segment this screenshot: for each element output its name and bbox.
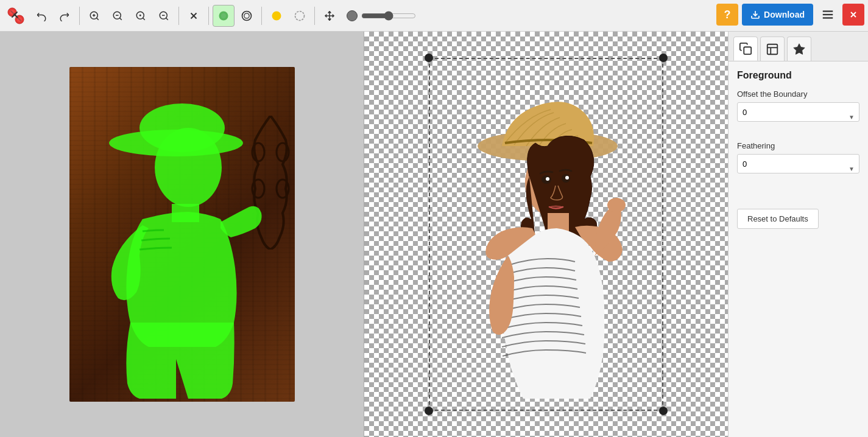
separator-2 bbox=[178, 7, 179, 25]
zoom-out-button[interactable] bbox=[107, 5, 129, 27]
zoom-actual-button[interactable] bbox=[153, 5, 175, 27]
result-figure bbox=[429, 58, 663, 411]
opacity-indicator bbox=[347, 10, 358, 21]
cancel-select-button[interactable] bbox=[183, 5, 205, 27]
zoom-in-button[interactable] bbox=[83, 5, 105, 27]
svg-point-3 bbox=[10, 10, 15, 15]
menu-button[interactable] bbox=[817, 4, 839, 26]
close-button[interactable] bbox=[842, 4, 864, 26]
svg-point-17 bbox=[295, 11, 305, 20]
offset-label: Offset the Boundary bbox=[737, 89, 859, 99]
separator-4 bbox=[261, 7, 262, 25]
right-canvas[interactable] bbox=[364, 32, 728, 437]
feathering-label: Feathering bbox=[737, 141, 859, 150]
svg-marker-44 bbox=[794, 43, 805, 54]
svg-point-15 bbox=[244, 13, 249, 18]
redo-button[interactable] bbox=[54, 5, 76, 27]
yellow-tool-button[interactable] bbox=[266, 5, 288, 27]
hamburger-icon bbox=[821, 8, 834, 21]
panel-tabs bbox=[729, 32, 868, 61]
right-panel: Foreground Offset the Boundary 0 1 2 3 5… bbox=[728, 32, 868, 437]
opacity-control bbox=[347, 10, 416, 21]
panel-title: Foreground bbox=[737, 70, 859, 81]
eraser-button[interactable] bbox=[289, 5, 311, 27]
opacity-slider[interactable] bbox=[361, 11, 416, 21]
close-icon bbox=[849, 10, 858, 19]
tab-layout[interactable] bbox=[760, 37, 785, 61]
foreground-brush-button[interactable] bbox=[213, 5, 235, 27]
download-button[interactable]: Download bbox=[742, 4, 813, 26]
svg-point-16 bbox=[272, 11, 281, 20]
svg-point-4 bbox=[17, 17, 22, 22]
download-icon bbox=[750, 10, 760, 19]
help-button[interactable]: ? bbox=[716, 4, 738, 26]
svg-point-13 bbox=[221, 13, 226, 18]
feathering-select[interactable]: 0 1 2 3 5 10 bbox=[737, 154, 859, 173]
svg-rect-40 bbox=[744, 47, 751, 54]
svg-point-14 bbox=[242, 11, 252, 20]
svg-point-39 bbox=[607, 198, 626, 212]
app-logo bbox=[5, 5, 27, 27]
svg-point-37 bbox=[565, 176, 569, 180]
header-right: ? Download bbox=[716, 4, 864, 26]
separator-5 bbox=[314, 7, 315, 25]
right-image-area bbox=[429, 58, 663, 411]
tab-star[interactable] bbox=[787, 37, 811, 61]
svg-point-36 bbox=[546, 177, 549, 181]
separator-1 bbox=[79, 7, 80, 25]
svg-rect-41 bbox=[767, 44, 778, 54]
left-canvas[interactable] bbox=[0, 32, 364, 437]
zoom-fit-button[interactable] bbox=[130, 5, 152, 27]
background-brush-button[interactable] bbox=[236, 5, 258, 27]
tab-copy[interactable] bbox=[733, 37, 758, 61]
main-area: Foreground Offset the Boundary 0 1 2 3 5… bbox=[0, 32, 868, 437]
feathering-select-wrapper: 0 1 2 3 5 10 bbox=[737, 154, 859, 183]
reset-defaults-button[interactable]: Reset to Defaults bbox=[737, 209, 819, 229]
panel-content: Foreground Offset the Boundary 0 1 2 3 5… bbox=[729, 61, 868, 437]
separator-3 bbox=[208, 7, 209, 25]
offset-select[interactable]: 0 1 2 3 5 10 bbox=[737, 102, 859, 122]
undo-button[interactable] bbox=[30, 5, 52, 27]
svg-point-30 bbox=[155, 128, 222, 207]
move-tool-button[interactable] bbox=[319, 5, 340, 27]
offset-select-wrapper: 0 1 2 3 5 10 bbox=[737, 102, 859, 131]
left-image bbox=[69, 67, 295, 402]
